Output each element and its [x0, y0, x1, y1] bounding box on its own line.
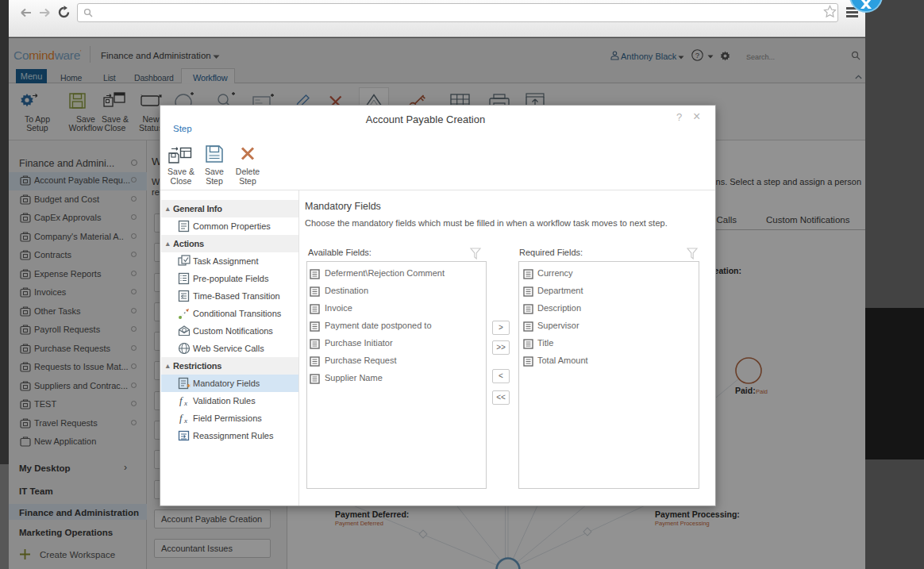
svg-text:x: x: [183, 417, 187, 425]
svg-text:x: x: [183, 399, 187, 407]
